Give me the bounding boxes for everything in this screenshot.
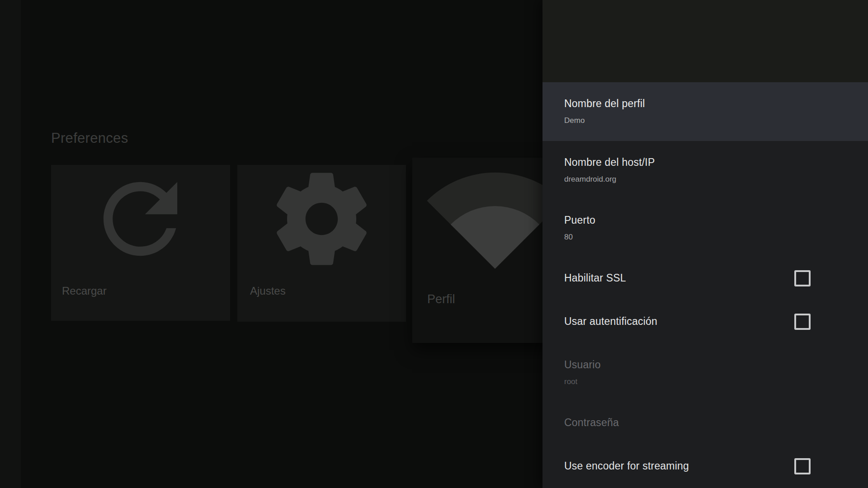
habilitar-ssl-checkbox[interactable] xyxy=(794,270,811,286)
settings-action-row-contrase-a[interactable]: Contraseña xyxy=(542,401,868,445)
setting-value: Demo xyxy=(564,116,585,125)
usar-autentificaci-n-checkbox[interactable] xyxy=(794,314,811,330)
panel-top-strip xyxy=(542,0,868,82)
settings-panel: Nombre del perfilDemoNombre del host/IPd… xyxy=(542,0,868,488)
setting-title: Use encoder for streaming xyxy=(564,460,689,472)
settings-action-row-nombre-del-host-ip[interactable]: Nombre del host/IPdreamdroid.org xyxy=(542,141,868,199)
setting-title: Usuario xyxy=(564,359,601,371)
left-edge-strip xyxy=(0,0,21,488)
settings-action-row-use-encoder-for-streaming[interactable]: Use encoder for streaming xyxy=(542,445,868,488)
card-recargar[interactable]: Recargar xyxy=(51,165,230,321)
setting-value: root xyxy=(564,377,577,386)
settings-action-row-nombre-del-perfil[interactable]: Nombre del perfilDemo xyxy=(542,82,868,141)
preferences-screen: Preferences Recargar Ajustes Perfil Nomb… xyxy=(0,0,868,488)
setting-title: Usar autentificación xyxy=(564,315,657,328)
setting-title: Habilitar SSL xyxy=(564,272,626,284)
card-perfil-label: Perfil xyxy=(427,293,455,305)
setting-title: Puerto xyxy=(564,214,595,226)
settings-action-row-usar-autentificaci-n[interactable]: Usar autentificación xyxy=(542,300,868,343)
gear-icon xyxy=(266,164,377,274)
page-title: Preferences xyxy=(51,130,128,146)
reload-icon xyxy=(85,164,196,274)
setting-title: Nombre del host/IP xyxy=(564,156,655,169)
card-ajustes[interactable]: Ajustes xyxy=(237,165,406,322)
setting-title: Contraseña xyxy=(564,417,619,429)
setting-value: dreamdroid.org xyxy=(564,174,616,184)
card-ajustes-label: Ajustes xyxy=(250,285,286,297)
settings-action-row-puerto[interactable]: Puerto80 xyxy=(542,199,868,257)
settings-action-row-usuario[interactable]: Usuarioroot xyxy=(542,343,868,401)
setting-title: Nombre del perfil xyxy=(564,98,645,110)
settings-action-row-habilitar-ssl[interactable]: Habilitar SSL xyxy=(542,257,868,300)
setting-value: 80 xyxy=(564,232,573,242)
card-recargar-label: Recargar xyxy=(62,285,107,297)
use-encoder-for-streaming-checkbox[interactable] xyxy=(794,458,811,474)
